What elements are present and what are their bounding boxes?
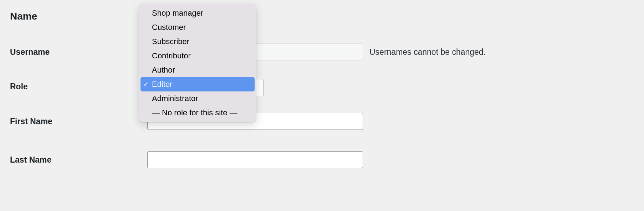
last-name-input[interactable] bbox=[147, 151, 363, 168]
role-option-subscriber[interactable]: Subscriber bbox=[139, 35, 256, 49]
option-label: Administrator bbox=[152, 94, 198, 103]
label-first-name: First Name bbox=[10, 117, 147, 126]
row-last-name: Last Name bbox=[10, 151, 634, 168]
role-option-no-role[interactable]: — No role for this site — bbox=[139, 106, 256, 120]
option-label: Author bbox=[152, 65, 175, 75]
role-option-customer[interactable]: Customer bbox=[139, 20, 256, 35]
row-username: Username Usernames cannot be changed. bbox=[10, 43, 634, 60]
role-dropdown[interactable]: Shop manager Customer Subscriber Contrib… bbox=[139, 4, 256, 122]
label-last-name: Last Name bbox=[10, 155, 147, 165]
option-label: Subscriber bbox=[152, 37, 189, 46]
option-label: Contributor bbox=[152, 51, 191, 60]
label-username: Username bbox=[10, 47, 147, 57]
option-label: Customer bbox=[152, 23, 186, 32]
username-hint: Usernames cannot be changed. bbox=[369, 47, 486, 57]
section-title: Name bbox=[10, 11, 634, 22]
row-first-name: First Name bbox=[10, 113, 634, 130]
role-option-editor[interactable]: ✓ Editor bbox=[140, 77, 255, 91]
row-role: Role bbox=[10, 82, 634, 91]
option-label: Editor bbox=[152, 80, 172, 89]
check-icon: ✓ bbox=[143, 80, 152, 88]
label-role: Role bbox=[10, 82, 147, 91]
role-option-author[interactable]: Author bbox=[139, 63, 256, 77]
role-option-administrator[interactable]: Administrator bbox=[139, 91, 256, 106]
role-option-contributor[interactable]: Contributor bbox=[139, 49, 256, 63]
option-label: — No role for this site — bbox=[152, 108, 237, 117]
role-option-shop-manager[interactable]: Shop manager bbox=[139, 6, 256, 20]
option-label: Shop manager bbox=[152, 9, 203, 18]
